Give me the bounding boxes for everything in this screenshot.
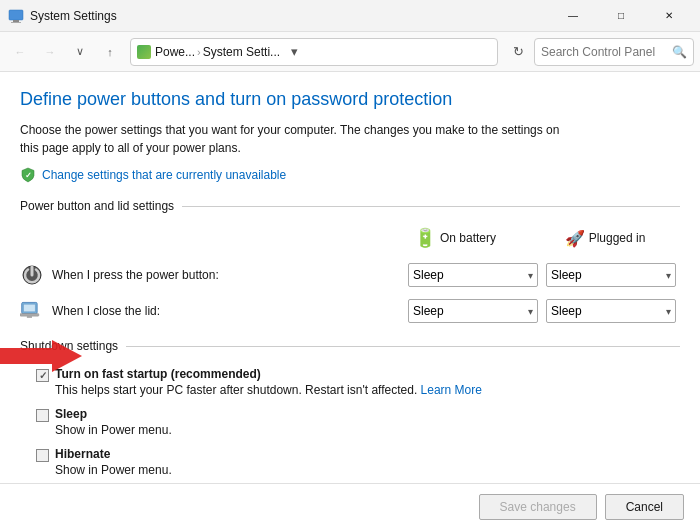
- learn-more-link[interactable]: Learn More: [421, 383, 482, 397]
- address-sep1: ›: [197, 46, 201, 58]
- power-button-battery-dropdown[interactable]: Sleep ▾: [408, 263, 538, 287]
- recent-button[interactable]: ∨: [66, 38, 94, 66]
- address-bar[interactable]: Powe... › System Setti... ▾: [130, 38, 498, 66]
- svg-text:✓: ✓: [25, 171, 32, 180]
- search-icon[interactable]: 🔍: [672, 45, 687, 59]
- power-button-section-label: Power button and lid settings: [20, 199, 174, 213]
- sleep-content: Sleep Show in Power menu.: [55, 407, 172, 437]
- power-button-section-header: Power button and lid settings: [20, 199, 680, 213]
- up-button[interactable]: ↑: [96, 38, 124, 66]
- fast-startup-content: Turn on fast startup (recommended) This …: [55, 367, 482, 397]
- address-text: Powe... › System Setti...: [155, 45, 280, 59]
- back-button[interactable]: ←: [6, 38, 34, 66]
- lid-label-row: When I close the lid:: [20, 299, 404, 323]
- window-title: System Settings: [30, 9, 550, 23]
- shield-icon: ✓: [20, 167, 36, 183]
- lid-battery-value: Sleep: [413, 304, 444, 318]
- divider: [182, 206, 680, 207]
- page-title: Define power buttons and turn on passwor…: [20, 88, 680, 111]
- maximize-button[interactable]: □: [598, 0, 644, 32]
- lid-battery-dropdown[interactable]: Sleep ▾: [408, 299, 538, 323]
- red-arrow-indicator: [0, 340, 82, 375]
- search-box[interactable]: 🔍: [534, 38, 694, 66]
- hibernate-item: Hibernate Show in Power menu.: [36, 447, 680, 477]
- svg-rect-9: [27, 317, 32, 319]
- forward-button[interactable]: →: [36, 38, 64, 66]
- shutdown-section-header: Shutdown settings: [20, 339, 680, 353]
- nav-bar: ← → ∨ ↑ Powe... › System Setti... ▾ ↻ 🔍: [0, 32, 700, 72]
- refresh-button[interactable]: ↻: [504, 38, 532, 66]
- svg-rect-7: [23, 305, 35, 313]
- close-button[interactable]: ✕: [646, 0, 692, 32]
- on-battery-label: On battery: [440, 231, 496, 245]
- address-chevron[interactable]: ▾: [284, 38, 304, 66]
- address-icon: [137, 45, 151, 59]
- divider2: [126, 346, 680, 347]
- power-button-plugged-dropdown[interactable]: Sleep ▾: [546, 263, 676, 287]
- title-bar: System Settings — □ ✕: [0, 0, 700, 32]
- svg-rect-0: [9, 10, 23, 20]
- sleep-title: Sleep: [55, 407, 172, 421]
- power-button-row-label: When I press the power button:: [52, 268, 219, 282]
- cancel-button[interactable]: Cancel: [605, 494, 684, 520]
- hibernate-title: Hibernate: [55, 447, 172, 461]
- dropdown-arrow-icon4: ▾: [666, 306, 671, 317]
- on-battery-header: 🔋 On battery: [380, 227, 530, 249]
- page-description: Choose the power settings that you want …: [20, 121, 580, 157]
- fast-startup-desc-text: This helps start your PC faster after sh…: [55, 383, 417, 397]
- hibernate-content: Hibernate Show in Power menu.: [55, 447, 172, 477]
- lid-row: When I close the lid: Sleep ▾ Sleep ▾: [20, 293, 680, 329]
- svg-rect-1: [13, 20, 19, 22]
- plug-icon: 🚀: [565, 229, 585, 248]
- search-input[interactable]: [541, 45, 668, 59]
- power-button-plugged-value: Sleep: [551, 268, 582, 282]
- save-changes-button[interactable]: Save changes: [479, 494, 597, 520]
- svg-rect-2: [11, 22, 21, 23]
- plugged-in-label: Plugged in: [589, 231, 646, 245]
- sleep-checkbox[interactable]: [36, 409, 49, 422]
- minimize-button[interactable]: —: [550, 0, 596, 32]
- dropdown-arrow-icon2: ▾: [666, 270, 671, 281]
- main-content: Define power buttons and turn on passwor…: [0, 72, 700, 530]
- fast-startup-title: Turn on fast startup (recommended): [55, 367, 482, 381]
- app-icon: [8, 8, 24, 24]
- battery-icon: 🔋: [414, 227, 436, 249]
- address-part1: Powe...: [155, 45, 195, 59]
- fast-startup-item: ✓ Turn on fast startup (recommended) Thi…: [36, 367, 680, 397]
- address-part2: System Setti...: [203, 45, 280, 59]
- lid-row-label: When I close the lid:: [52, 304, 160, 318]
- window-controls: — □ ✕: [550, 0, 692, 32]
- fast-startup-desc: This helps start your PC faster after sh…: [55, 383, 482, 397]
- change-settings-row: ✓ Change settings that are currently una…: [20, 167, 680, 183]
- dropdown-arrow-icon: ▾: [528, 270, 533, 281]
- lid-icon: [20, 299, 44, 323]
- lid-plugged-dropdown[interactable]: Sleep ▾: [546, 299, 676, 323]
- sleep-desc: Show in Power menu.: [55, 423, 172, 437]
- bottom-bar: Save changes Cancel: [0, 483, 700, 530]
- hibernate-desc: Show in Power menu.: [55, 463, 172, 477]
- power-circle-icon: [20, 263, 44, 287]
- power-button-battery-value: Sleep: [413, 268, 444, 282]
- sleep-item: Sleep Show in Power menu.: [36, 407, 680, 437]
- power-button-label-row: When I press the power button:: [20, 263, 404, 287]
- power-table-header: 🔋 On battery 🚀 Plugged in: [20, 227, 680, 257]
- power-button-row: When I press the power button: Sleep ▾ S…: [20, 257, 680, 293]
- svg-marker-3: [0, 340, 82, 372]
- plugged-in-header: 🚀 Plugged in: [530, 229, 680, 248]
- svg-rect-8: [20, 314, 39, 317]
- lid-plugged-value: Sleep: [551, 304, 582, 318]
- dropdown-arrow-icon3: ▾: [528, 306, 533, 317]
- change-settings-link[interactable]: Change settings that are currently unava…: [42, 168, 286, 182]
- hibernate-checkbox[interactable]: [36, 449, 49, 462]
